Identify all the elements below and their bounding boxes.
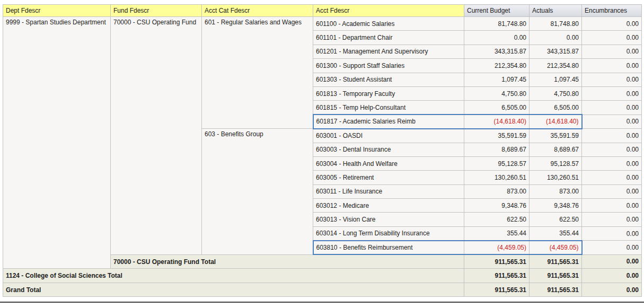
actuals-cell: 8,689.67 — [530, 143, 582, 156]
encumbrances-cell: 0.00 — [582, 213, 642, 226]
acct-cell: 603003 - Dental Insurance — [313, 143, 464, 156]
actuals-cell: 81,748.80 — [530, 17, 582, 31]
actuals-total-cell: 911,565.31 — [530, 254, 582, 269]
actuals-cell: (14,618.40) — [530, 115, 582, 128]
acct-cell: 603004 - Health And Welfare — [313, 156, 464, 170]
budget-cell: 81,748.80 — [464, 17, 530, 31]
budget-cell: 9,348.76 — [464, 199, 530, 213]
acct-cell: 601300 - Support Staff Salaries — [313, 59, 464, 73]
encumbrances-cell: 0.00 — [582, 171, 642, 184]
acct-cell: 601100 - Academic Salaries — [313, 17, 464, 31]
budget-cell: 873.00 — [464, 184, 530, 198]
actuals-cell: 622.50 — [530, 213, 582, 226]
budget-cell: (14,618.40) — [464, 115, 530, 128]
budget-cell: 130,260.51 — [464, 171, 530, 184]
encumbrances-cell: 0.00 — [582, 101, 642, 115]
budget-cell: 622.50 — [464, 213, 530, 226]
actuals-cell: 1,097.45 — [530, 73, 582, 86]
encumbrances-cell: 0.00 — [582, 86, 642, 100]
column-header-encumbrances[interactable]: Encumbrances — [582, 5, 642, 17]
encumbrances-cell: 0.00 — [582, 17, 642, 31]
actuals-total-cell: 911,565.31 — [530, 283, 582, 297]
actuals-cell: 35,591.59 — [530, 129, 582, 143]
budget-cell: 6,505.00 — [464, 101, 530, 115]
encumbrances-cell: 0.00 — [582, 59, 642, 73]
budget-cell: 95,128.57 — [464, 156, 530, 170]
acct-cell: 601101 - Department Chair — [313, 31, 464, 45]
encumbrances-cell: 0.00 — [582, 143, 642, 156]
acct-cell: 603013 - Vision Care — [313, 213, 464, 226]
acct-cell: 601201 - Management And Supervisory — [313, 45, 464, 58]
acct-cat-cell: 603 - Benefits Group — [202, 129, 313, 255]
budget-total-cell: 911,565.31 — [464, 254, 530, 269]
encumbrances-cell: 0.00 — [582, 226, 642, 240]
encumbrances-cell: 0.00 — [582, 31, 642, 45]
acct-cell: 601303 - Student Assistant — [313, 73, 464, 86]
budget-cell: 4,750.80 — [464, 86, 530, 100]
budget-total-cell: 911,565.31 — [464, 283, 530, 297]
encumbrances-cell: 0.00 — [582, 184, 642, 198]
actuals-cell: 873.00 — [530, 184, 582, 198]
acct-cell: 603011 - Life Insurance — [313, 184, 464, 198]
grand-total-label: Grand Total — [3, 283, 464, 297]
encumbrances-cell: 0.00 — [582, 241, 642, 254]
budget-cell: 355.44 — [464, 226, 530, 240]
column-header-acct[interactable]: Acct Fdescr — [313, 5, 464, 17]
budget-cell: 212,354.80 — [464, 59, 530, 73]
fund-total-label: 70000 - CSU Operating Fund Total — [111, 254, 464, 269]
actuals-cell: 9,348.76 — [530, 199, 582, 213]
budget-cell: 8,689.67 — [464, 143, 530, 156]
actuals-cell: 130,260.51 — [530, 171, 582, 184]
actuals-cell: 6,505.00 — [530, 101, 582, 115]
encumbrances-total-cell: 0.00 — [582, 254, 642, 269]
actuals-cell: 343,315.87 — [530, 45, 582, 58]
acct-cell: 603005 - Retirement — [313, 171, 464, 184]
report-page: Dept Fdescr Fund Fdescr Acct Cat Fdescr … — [0, 0, 644, 308]
college-total-label: 1124 - College of Social Sciences Total — [3, 269, 464, 283]
column-header-budget[interactable]: Current Budget — [464, 5, 530, 17]
acct-cell: 601815 - Temp Help-Consultant — [313, 101, 464, 115]
acct-cat-cell: 601 - Regular Salaries and Wages — [202, 17, 313, 129]
encumbrances-total-cell: 0.00 — [582, 283, 642, 297]
budget-cell: 343,315.87 — [464, 45, 530, 58]
bottom-divider — [0, 302, 644, 303]
encumbrances-cell: 0.00 — [582, 129, 642, 143]
actuals-cell: 0.00 — [530, 31, 582, 45]
actuals-cell: 212,354.80 — [530, 59, 582, 73]
encumbrances-cell: 0.00 — [582, 115, 642, 128]
budget-total-cell: 911,565.31 — [464, 269, 530, 283]
actuals-cell: (4,459.05) — [530, 241, 582, 254]
column-header-acct-cat[interactable]: Acct Cat Fdescr — [202, 5, 313, 17]
column-header-fund[interactable]: Fund Fdescr — [111, 5, 202, 17]
column-header-actuals[interactable]: Actuals — [530, 5, 582, 17]
budget-cell: 1,097.45 — [464, 73, 530, 86]
encumbrances-cell: 0.00 — [582, 199, 642, 213]
acct-cell: 603001 - OASDI — [313, 129, 464, 143]
college-total-row: 1124 - College of Social Sciences Total … — [3, 269, 642, 283]
actuals-total-cell: 911,565.31 — [530, 269, 582, 283]
header-row: Dept Fdescr Fund Fdescr Acct Cat Fdescr … — [3, 5, 642, 17]
table-row: 9999 - Spartan Studies Department 70000 … — [3, 17, 642, 31]
acct-cell: 603014 - Long Term Disability Insurance — [313, 226, 464, 240]
actuals-cell: 95,128.57 — [530, 156, 582, 170]
actuals-cell: 4,750.80 — [530, 86, 582, 100]
encumbrances-cell: 0.00 — [582, 156, 642, 170]
encumbrances-cell: 0.00 — [582, 73, 642, 86]
encumbrances-total-cell: 0.00 — [582, 269, 642, 283]
column-header-dept[interactable]: Dept Fdescr — [3, 5, 111, 17]
acct-cell: 603810 - Benefits Reimbursement — [313, 241, 464, 254]
acct-cell: 601817 - Academic Salaries Reimb — [313, 115, 464, 128]
encumbrances-cell: 0.00 — [582, 45, 642, 58]
budget-cell: 0.00 — [464, 31, 530, 45]
actuals-cell: 355.44 — [530, 226, 582, 240]
acct-cell: 601813 - Temporary Faculty — [313, 86, 464, 100]
pivot-table: Dept Fdescr Fund Fdescr Acct Cat Fdescr … — [3, 4, 642, 297]
dept-cell: 9999 - Spartan Studies Department — [3, 17, 111, 269]
grand-total-row: Grand Total 911,565.31 911,565.31 0.00 — [3, 283, 642, 297]
fund-cell: 70000 - CSU Operating Fund — [111, 17, 202, 255]
acct-cell: 603012 - Medicare — [313, 199, 464, 213]
pivot-report: Dept Fdescr Fund Fdescr Acct Cat Fdescr … — [3, 4, 642, 297]
budget-cell: 35,591.59 — [464, 129, 530, 143]
budget-cell: (4,459.05) — [464, 241, 530, 254]
